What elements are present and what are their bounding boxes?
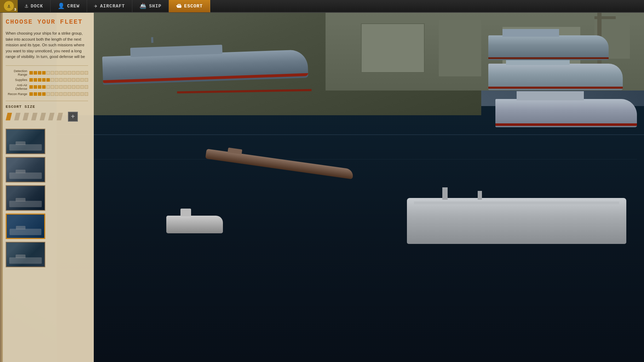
bar xyxy=(29,85,33,89)
panel-title: CHOOSE YOUR FLEET xyxy=(6,18,88,25)
bar xyxy=(29,71,33,75)
bar xyxy=(29,92,33,96)
stat-row-antiair: Anti-Air Defense xyxy=(6,83,88,90)
bar xyxy=(80,85,84,89)
bar xyxy=(68,71,71,75)
patrol-boat xyxy=(166,216,223,233)
bar xyxy=(80,71,84,75)
bar xyxy=(55,78,58,82)
bar xyxy=(59,85,63,89)
tab-crew[interactable]: 👤 CREW xyxy=(51,0,87,12)
bar xyxy=(85,85,88,89)
bar xyxy=(42,78,46,82)
bar xyxy=(68,92,71,96)
top-navigation: ⚓ 3 ⚓ DOCK 👤 CREW ✈ AIRCRAFT 🚢 SHIP 🛳 ES… xyxy=(0,0,644,13)
bar xyxy=(85,92,88,96)
bar xyxy=(59,78,63,82)
cargo-ship-right xyxy=(407,198,626,244)
left-panel: CHOOSE YOUR FLEET When choosing your shi… xyxy=(0,13,94,362)
ship-silhouette-5 xyxy=(9,257,42,264)
bar xyxy=(85,78,88,82)
escort-label: ESCORT xyxy=(184,4,203,9)
ship-silhouette-2 xyxy=(9,173,42,179)
stat-bars-antiair xyxy=(29,85,88,89)
escort-slot-3 xyxy=(23,113,29,121)
stat-label-recon: Recon Range xyxy=(6,92,27,96)
bar xyxy=(38,71,41,75)
ship-thumbnail-4[interactable] xyxy=(6,214,45,239)
bar xyxy=(38,92,41,96)
warship-right-1 xyxy=(488,35,609,60)
panel-divider-1 xyxy=(6,65,88,66)
ship-thumbnail-1[interactable] xyxy=(6,129,45,154)
bar xyxy=(46,92,50,96)
panel-edge-accent xyxy=(0,13,3,362)
bar xyxy=(51,78,54,82)
bar xyxy=(42,71,46,75)
stat-row-recon: Recon Range xyxy=(6,92,88,96)
ship-list xyxy=(6,129,88,267)
ship-silhouette-3 xyxy=(9,201,42,207)
ship-label: SHIP xyxy=(149,4,161,9)
bar xyxy=(38,85,41,89)
background-scene xyxy=(0,0,644,362)
tab-aircraft[interactable]: ✈ AIRCRAFT xyxy=(87,0,132,12)
bar xyxy=(76,71,80,75)
stat-label-supplies: Supplies xyxy=(6,78,27,82)
crew-label: CREW xyxy=(67,4,80,9)
bar xyxy=(72,78,75,82)
bar xyxy=(76,85,80,89)
aircraft-label: AIRCRAFT xyxy=(100,4,125,9)
bar xyxy=(29,78,33,82)
stat-bars-detection xyxy=(29,71,88,75)
bar xyxy=(59,71,63,75)
bar xyxy=(63,71,67,75)
bar xyxy=(34,78,37,82)
bar xyxy=(42,92,46,96)
tab-dock[interactable]: ⚓ DOCK xyxy=(18,0,51,12)
ship-thumbnail-3[interactable] xyxy=(6,185,45,211)
ship-thumbnail-5[interactable] xyxy=(6,242,45,267)
bar xyxy=(76,78,80,82)
panel-divider-2 xyxy=(6,101,88,101)
bar xyxy=(46,85,50,89)
bar xyxy=(34,92,37,96)
tab-ship[interactable]: 🚢 SHIP xyxy=(132,0,169,12)
rank-badge: ⚓ 3 xyxy=(0,0,18,12)
ship-icon: 🚢 xyxy=(139,2,147,10)
stat-row-detection: Detection Range xyxy=(6,69,88,76)
escort-slots-container: + xyxy=(6,112,88,122)
escort-slot-2 xyxy=(14,113,21,121)
bar xyxy=(85,71,88,75)
aircraft-icon: ✈ xyxy=(94,2,98,10)
crew-icon: 👤 xyxy=(58,2,65,10)
bar xyxy=(72,92,75,96)
escort-slot-5 xyxy=(40,113,46,121)
ship-silhouette-1 xyxy=(9,144,42,151)
rank-icon: ⚓ xyxy=(4,1,14,11)
bar xyxy=(42,85,46,89)
tab-escort[interactable]: 🛳 ESCORT xyxy=(169,0,210,12)
bar xyxy=(51,71,54,75)
stat-bars-supplies xyxy=(29,78,88,82)
bar xyxy=(34,71,37,75)
add-slot-button[interactable]: + xyxy=(68,112,78,122)
ship-thumbnail-2[interactable] xyxy=(6,157,45,182)
ship-silhouette-4 xyxy=(10,229,41,235)
bar xyxy=(38,78,41,82)
escort-slot-6 xyxy=(48,113,54,121)
bar xyxy=(55,92,58,96)
bar xyxy=(63,92,67,96)
bar xyxy=(80,92,84,96)
bar xyxy=(63,85,67,89)
bar xyxy=(63,78,67,82)
bar xyxy=(59,92,63,96)
bar xyxy=(46,71,50,75)
bar xyxy=(68,78,71,82)
bar xyxy=(55,85,58,89)
bar xyxy=(46,78,50,82)
panel-description: When choosing your ships for a strike gr… xyxy=(6,30,88,60)
dock-icon: ⚓ xyxy=(25,2,29,10)
stat-bars-recon xyxy=(29,92,88,96)
rank-number: 3 xyxy=(14,8,16,12)
